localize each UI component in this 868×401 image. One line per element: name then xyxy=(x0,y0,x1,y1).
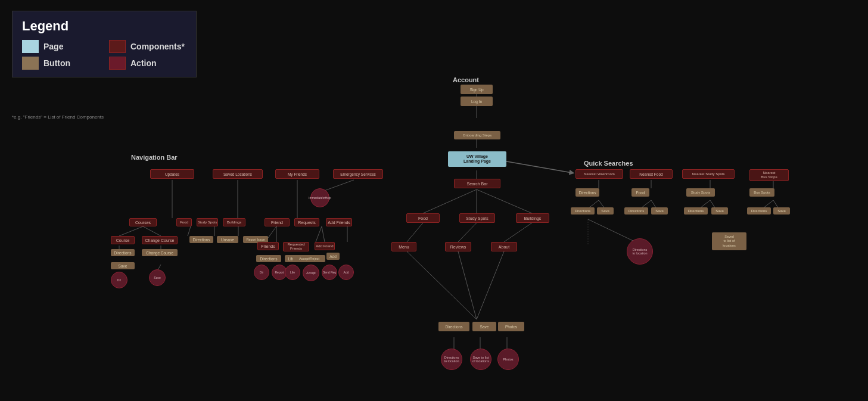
add-friends-comp: Add Friends xyxy=(326,218,352,226)
directions-action: Directions to location xyxy=(441,349,462,370)
requested-friends-comp: Requested Friends xyxy=(283,242,309,251)
nav-updates[interactable]: Updates xyxy=(150,169,194,179)
save-action: Save to list of locations xyxy=(470,349,491,370)
page-swatch xyxy=(22,40,39,53)
legend-item-action: Action xyxy=(109,57,186,70)
photos-action: Photos xyxy=(497,349,519,370)
friend-action5: Send Req xyxy=(322,265,337,280)
legend-item-components: Components* xyxy=(109,40,186,53)
svg-line-12 xyxy=(477,251,504,319)
nav-friends[interactable]: My Friends xyxy=(275,169,319,179)
study-saved: Study Spots xyxy=(197,218,218,226)
directions-save[interactable]: Save xyxy=(111,262,135,269)
action-swatch xyxy=(109,57,126,70)
legend-title: Legend xyxy=(22,18,186,34)
friend-action6: Add xyxy=(338,265,354,280)
legend-grid: Page Components* Button Action xyxy=(22,40,186,70)
friend-action3: Life xyxy=(285,265,300,280)
friend-action1: Dir xyxy=(254,265,269,280)
nav-saved[interactable]: Saved Locations xyxy=(213,169,263,179)
login-button[interactable]: Log In xyxy=(461,97,493,106)
save-btn[interactable]: Save xyxy=(472,322,496,331)
svg-line-7 xyxy=(407,223,423,242)
signup-button[interactable]: Sign Up xyxy=(461,85,493,94)
photos-btn[interactable]: Photos xyxy=(498,322,524,331)
svg-line-4 xyxy=(423,189,477,213)
svg-line-25 xyxy=(188,226,191,236)
nav-bar-title: Navigation Bar xyxy=(131,154,178,161)
menu-node: Menu xyxy=(391,242,416,251)
qs-save2[interactable]: Save xyxy=(651,207,668,215)
qs-dir3[interactable]: Directions xyxy=(684,207,708,215)
course-comp: Course xyxy=(111,236,135,244)
svg-line-10 xyxy=(407,251,477,319)
svg-line-8 xyxy=(458,223,477,242)
svg-line-21 xyxy=(143,226,161,236)
about-node: About xyxy=(491,242,517,251)
qs-dir4[interactable]: Directions xyxy=(747,207,771,215)
legend-item-button: Button xyxy=(22,57,99,70)
change-course-comp: Change Course xyxy=(142,236,178,244)
directions-saved[interactable]: Directions xyxy=(189,236,213,243)
svg-line-11 xyxy=(458,251,477,319)
qs-directions[interactable]: Directions xyxy=(575,188,599,197)
search-bar: Search Bar xyxy=(454,179,500,188)
nearest-study: Nearest Study Spots xyxy=(682,169,735,179)
study-spots-node: Study Spots xyxy=(459,213,495,223)
svg-line-47 xyxy=(503,161,572,173)
directions-btn[interactable]: Directions xyxy=(438,322,469,331)
qs-save-action: Saved to list of locations xyxy=(712,232,746,250)
qs-directions-action: Directions to location xyxy=(627,238,653,265)
quick-searches-title: Quick Searches xyxy=(584,160,633,167)
nearest-bus: Nearest Bus Stops xyxy=(749,169,789,181)
food-saved: Food xyxy=(176,218,192,226)
unsave-btn[interactable]: Unsave xyxy=(217,236,238,243)
qs-dir1[interactable]: Directions xyxy=(571,207,595,215)
requests-comp: Requests xyxy=(294,218,319,226)
qs-save1[interactable]: Save xyxy=(597,207,614,215)
food-node: Food xyxy=(406,213,440,223)
add-friend-comp: Add Friend xyxy=(315,242,335,250)
directions-courses[interactable]: Directions xyxy=(111,249,135,256)
directions-friend[interactable]: Directions xyxy=(256,255,281,262)
svg-line-6 xyxy=(477,189,532,213)
onboarding-node: Onboarding Steps xyxy=(454,131,500,139)
directions-action2: Dir xyxy=(111,272,127,288)
friend-comp: Friend xyxy=(265,218,290,226)
legend-note: *e.g. "Friends" = List of Friend Compone… xyxy=(12,114,104,120)
svg-line-31 xyxy=(322,226,325,242)
svg-line-30 xyxy=(316,226,322,242)
action-label: Action xyxy=(130,58,157,68)
change-course-btn[interactable]: Change Course xyxy=(142,249,178,256)
qs-save4[interactable]: Save xyxy=(773,207,790,215)
emergency-action: Immediate\nHelp xyxy=(310,188,329,207)
account-title: Account xyxy=(453,76,479,83)
buildings-saved: Buildings xyxy=(223,218,245,226)
qs-bus-spots[interactable]: Bus Spots xyxy=(749,188,774,197)
add-btn[interactable]: Add xyxy=(326,253,340,260)
change-course-action: Save xyxy=(149,269,166,286)
reviews-node: Reviews xyxy=(445,242,471,251)
page-label: Page xyxy=(43,42,63,51)
button-swatch xyxy=(22,57,39,70)
friends-comp: Friends xyxy=(257,242,279,250)
svg-line-20 xyxy=(119,226,143,236)
qs-food[interactable]: Food xyxy=(631,188,649,197)
components-label: Components* xyxy=(130,42,185,51)
components-swatch xyxy=(109,40,126,53)
friend-action4: Accept xyxy=(303,265,319,281)
qs-dir2[interactable]: Directions xyxy=(624,207,648,215)
qs-save3[interactable]: Save xyxy=(711,207,728,215)
button-label: Button xyxy=(43,58,70,68)
courses-comp: Courses xyxy=(129,218,157,226)
legend-box: Legend Page Components* Button Action xyxy=(12,11,197,77)
nearest-food: Nearest Food xyxy=(630,169,673,179)
qs-study-spots[interactable]: Study Spots xyxy=(686,188,715,197)
buildings-node: Buildings xyxy=(516,213,549,223)
legend-item-page: Page xyxy=(22,40,99,53)
nav-emergency[interactable]: Emergency Services xyxy=(333,169,383,179)
accept-reject-btn[interactable]: Accept/Reject xyxy=(293,255,325,262)
uwvillage-landing: UW Village Landing Page xyxy=(448,151,506,167)
svg-line-9 xyxy=(504,223,532,242)
nearest-washroom: Nearest Washroom xyxy=(575,169,623,179)
